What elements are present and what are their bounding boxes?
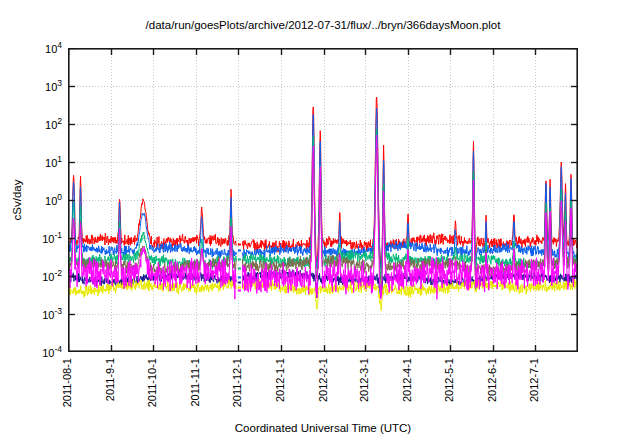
x-tick-label: 2012-2-1	[317, 358, 329, 402]
x-tick-label: 2012-7-1	[528, 358, 540, 402]
y-tick-label: 100	[22, 192, 62, 207]
x-tick-label: 2012-5-1	[443, 358, 455, 402]
plot-area-canvas	[68, 48, 578, 352]
y-tick-label: 10-2	[22, 268, 62, 283]
x-tick-label: 2011-10-1	[146, 358, 158, 407]
x-tick-label: 2012-6-1	[486, 358, 498, 402]
x-axis-title: Coordinated Universal Time (UTC)	[68, 422, 578, 434]
y-tick-label: 10-1	[22, 230, 62, 245]
plot-window: /data/run/goesPlots/archive/2012-07-31/f…	[0, 0, 640, 448]
y-tick-label: 101	[22, 154, 62, 169]
x-tick-label: 2011-12-1	[231, 358, 243, 407]
x-tick-label: 2012-3-1	[358, 358, 370, 402]
x-tick-label: 2011-08-1	[61, 358, 73, 407]
plot-title: /data/run/goesPlots/archive/2012-07-31/f…	[68, 19, 578, 31]
x-tick-label: 2011-9-1	[104, 358, 116, 401]
x-tick-label: 2012-1-1	[274, 358, 286, 402]
y-tick-label: 104	[22, 40, 62, 55]
x-tick-label: 2011-11-1	[189, 358, 201, 407]
y-tick-label: 10-3	[22, 306, 62, 321]
y-tick-label: 103	[22, 78, 62, 93]
x-tick-label: 2012-4-1	[401, 358, 413, 402]
y-tick-label: 10-4	[22, 344, 62, 359]
y-tick-label: 102	[22, 116, 62, 131]
